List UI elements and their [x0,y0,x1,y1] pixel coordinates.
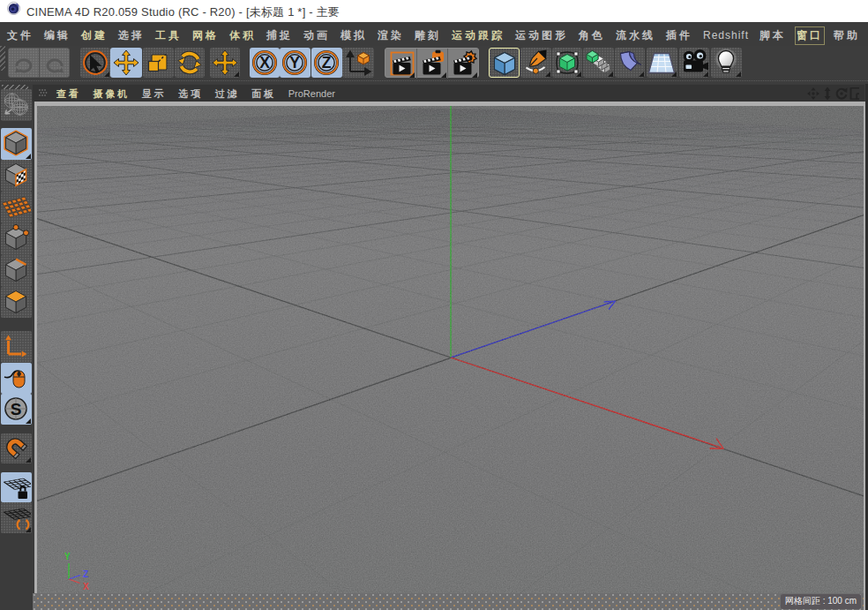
svg-text:Y: Y [289,54,300,72]
svg-text:Z: Z [322,54,332,72]
svg-text:X: X [259,54,270,72]
svg-text:S: S [11,400,22,418]
